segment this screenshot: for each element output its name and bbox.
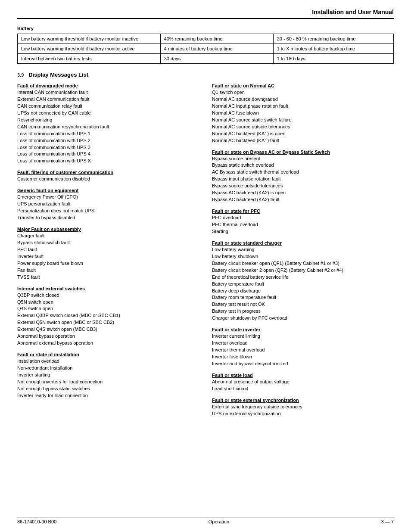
list-item: UPS personalization fault: [17, 201, 199, 208]
list-item: Normal AC source outside tolerances: [212, 124, 394, 131]
list-item: End of theoretical battery service life: [212, 274, 394, 281]
page-footer: 86-174010-00 B00 Operation 3 — 7: [17, 517, 394, 524]
list-item: PFC overload: [212, 215, 394, 221]
list-item: Bypass AC backfeed (KA2) fault: [212, 196, 394, 203]
list-item: Inverter current limiting: [212, 333, 394, 340]
list-item: Abnormal external bypass operation: [17, 340, 199, 347]
table-cell: 40% remaining backup time: [160, 34, 273, 44]
subsection: Fault or state standard chargerLow batte…: [212, 240, 394, 322]
table-cell: 20 - 60 - 80 % remaining backup time: [273, 34, 393, 44]
subsection-title: Major Fault on subassembly: [17, 227, 199, 232]
list-item: Power supply board fuse blown: [17, 260, 199, 267]
list-item: Inverter overload: [212, 340, 394, 347]
list-item: Inverter thermal overload: [212, 347, 394, 354]
list-item: Q5N switch open: [17, 299, 199, 306]
subsection: Fault or state for PFCPFC overloadPFC th…: [212, 208, 394, 235]
list-item: External Q3BP switch closed (MBC or SBC …: [17, 312, 199, 319]
subsection: Generic fault on equipmentEmergency Powe…: [17, 188, 199, 221]
footer-left: 86-174010-00 B00: [17, 519, 56, 524]
list-item: Normal AC backfeed (KA1) is open: [212, 131, 394, 137]
subsection-title: Fault or state for PFC: [212, 208, 394, 214]
table-cell: 4 minutes of battery backup time: [160, 44, 273, 54]
list-item: Inverter fuse blown: [212, 354, 394, 361]
list-item: Battery test result not OK: [212, 301, 394, 308]
list-item: Bypass input phase rotation fault: [212, 176, 394, 183]
list-item: Loss of communication with UPS 3: [17, 144, 199, 151]
list-item: Normal AC input phase rotation fault: [212, 103, 394, 110]
list-item: Battery room temperature fault: [212, 294, 394, 301]
table-cell: Low battery warning threshold if battery…: [18, 34, 161, 44]
table-cell: 1 to X minutes of battery backup time: [273, 44, 393, 54]
subsection: Fault, filtering of customer communicati…: [17, 170, 199, 183]
list-item: Loss of communication with UPS 2: [17, 137, 199, 144]
list-item: Installation overload: [17, 358, 199, 365]
battery-table: Low battery warning threshold if battery…: [17, 34, 394, 64]
subsection-title: Fault of downgraded mode: [17, 83, 199, 88]
battery-section: Battery Low battery warning threshold if…: [17, 26, 394, 64]
subsection-title: Internal and external switches: [17, 286, 199, 291]
section-number: 3.9: [17, 72, 24, 78]
list-item: Q1 switch open: [212, 89, 394, 96]
subsection-title: Fault or state on Bypass AC or Bypass St…: [212, 149, 394, 155]
list-item: External Q4S switch open (MBC CB3): [17, 326, 199, 333]
list-item: External sync frequency outside toleranc…: [212, 404, 394, 411]
subsection: Fault or state of installationInstallati…: [17, 352, 199, 399]
subsection: Fault or state external synchronizationE…: [212, 398, 394, 417]
list-item: Normal AC source static switch failure: [212, 117, 394, 124]
table-row: Low battery warning threshold if battery…: [18, 34, 394, 44]
list-item: Battery temperature fault: [212, 281, 394, 288]
left-column: Fault of downgraded modeInternal CAN com…: [17, 83, 199, 423]
list-item: Load short circuit: [212, 386, 394, 392]
list-item: Battery circuit breaker open (QF1) (Batt…: [212, 260, 394, 267]
table-cell: 30 days: [160, 54, 273, 64]
page-header: Installation and User Manual: [17, 9, 394, 19]
list-item: Emergency Power Off (EPO): [17, 194, 199, 201]
list-item: Abnormal presence of output voltage: [212, 379, 394, 386]
table-row: Interval between two battery tests30 day…: [18, 54, 394, 64]
list-item: Inverter starting: [17, 372, 199, 379]
display-messages-content: Fault of downgraded modeInternal CAN com…: [17, 83, 394, 423]
list-item: External Q5N switch open (MBC or SBC CB2…: [17, 319, 199, 326]
subsection-title: Fault or state standard charger: [212, 240, 394, 246]
list-item: Not enough inverters for load connection: [17, 379, 199, 386]
list-item: Q3BP switch closed: [17, 292, 199, 299]
right-column: Fault or state on Normal ACQ1 switch ope…: [212, 83, 394, 423]
list-item: PFC fault: [17, 246, 199, 253]
list-item: Transfer to bypass disabled: [17, 215, 199, 221]
list-item: UPSs not connected by CAN cable: [17, 110, 199, 117]
subsection: Fault or state on Bypass AC or Bypass St…: [212, 149, 394, 204]
list-item: Personalization does not match UPS: [17, 208, 199, 215]
list-item: Normal AC source downgraded: [212, 96, 394, 103]
footer-center: Operation: [209, 519, 229, 524]
list-item: PFC thermal overload: [212, 221, 394, 228]
list-item: Inverter and bypass desynchronized: [212, 361, 394, 367]
section-title: Display Messages List: [28, 72, 88, 78]
subsection: Fault of downgraded modeInternal CAN com…: [17, 83, 199, 165]
subsection: Fault or state inverterInverter current …: [212, 327, 394, 367]
list-item: Q4S switch open: [17, 305, 199, 312]
list-item: Low battery shutdown: [212, 253, 394, 260]
list-item: Customer communication disabled: [17, 176, 199, 183]
list-item: Resynchronizing: [17, 117, 199, 124]
list-item: Fan fault: [17, 267, 199, 274]
list-item: Bypass static switch overload: [212, 162, 394, 169]
subsection: Major Fault on subassemblyCharger faultB…: [17, 227, 199, 281]
table-row: Low battery warning threshold if battery…: [18, 44, 394, 54]
subsection-title: Generic fault on equipment: [17, 188, 199, 193]
list-item: Normal AC fuse blown: [212, 110, 394, 117]
list-item: Inverter fault: [17, 253, 199, 260]
list-item: Charger fault: [17, 233, 199, 240]
header-title: Installation and User Manual: [312, 9, 394, 16]
list-item: Normal AC backfeed (KA1) fault: [212, 137, 394, 144]
list-item: Low battery warning: [212, 246, 394, 253]
table-cell: Low battery warning threshold if battery…: [18, 44, 161, 54]
list-item: Not enough bypass static switches: [17, 386, 199, 392]
list-item: Charger shutdown by PFC overload: [212, 315, 394, 322]
subsection-title: Fault or state load: [212, 373, 394, 378]
list-item: UPS on external synchronization: [212, 411, 394, 417]
list-item: Inverter ready for load connection: [17, 392, 199, 399]
battery-label: Battery: [17, 26, 394, 31]
list-item: Bypass static switch fault: [17, 240, 199, 246]
list-item: Non-redundant installation: [17, 365, 199, 372]
list-item: Bypass source outside tolerances: [212, 183, 394, 190]
